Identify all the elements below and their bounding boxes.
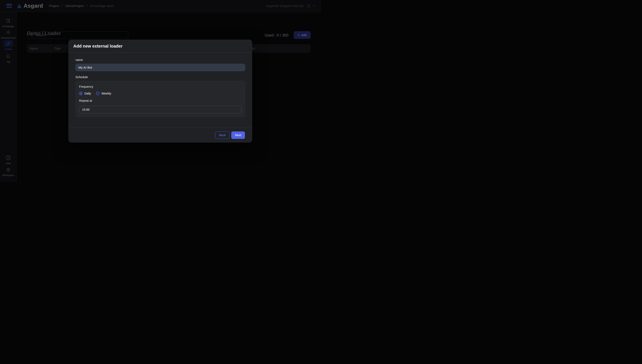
app-root: Asgard Project / DemoProject / Knowledge… xyxy=(0,0,321,182)
radio-daily-label: Daily xyxy=(84,92,91,95)
modal-header: Add new external loader xyxy=(69,40,252,53)
person-icon[interactable] xyxy=(306,4,311,8)
usage-counter: Used : 0 / 300 xyxy=(265,33,288,38)
radio-weekly[interactable] xyxy=(96,92,100,95)
chevron-down-icon[interactable] xyxy=(312,4,316,8)
schedule-label: Schedule xyxy=(76,75,245,79)
triangle-logo xyxy=(17,4,22,8)
radio-weekly-label: Weekly xyxy=(101,92,111,95)
modal-footer: Back Next xyxy=(69,128,252,142)
frequency-radio-group: Daily Weekly xyxy=(79,92,241,95)
search-icon xyxy=(30,34,33,37)
sidebar: Knowledge Enhancement Loa xyxy=(0,12,17,182)
user-label[interactable]: AsgardAI (Asgard Internal) xyxy=(266,4,303,8)
column-header-name: Name xyxy=(30,44,38,53)
plus-icon: + xyxy=(298,33,300,37)
sidebar-item-label: Knowledge xyxy=(3,25,14,28)
top-header: Asgard Project / DemoProject / Knowledge… xyxy=(0,0,321,12)
sidebar-item-label: Loader xyxy=(5,48,12,50)
book-icon xyxy=(4,18,13,24)
name-label: name xyxy=(76,58,245,62)
bookmark-icon xyxy=(4,53,13,60)
breadcrumb-demoproject[interactable]: DemoProject xyxy=(65,4,84,8)
radio-option-daily[interactable]: Daily xyxy=(79,92,91,95)
search-input[interactable] xyxy=(35,33,125,37)
sidebar-item-label: Enhancement xyxy=(1,36,16,39)
breadcrumb-project[interactable]: Project xyxy=(49,4,59,8)
sidebar-item-help[interactable]: ? Help xyxy=(0,154,17,164)
add-button-label: Add xyxy=(301,33,307,37)
radio-daily[interactable] xyxy=(79,92,83,95)
sidebar-item-label: Workspace xyxy=(3,174,14,176)
frequency-label: Frequency xyxy=(79,84,241,89)
repeat-time-input[interactable] xyxy=(79,106,241,114)
repeat-at-label: Repeat at xyxy=(79,98,241,103)
search-box xyxy=(27,32,128,39)
back-button[interactable]: Back xyxy=(215,132,230,139)
add-external-loader-modal: Add new external loader name Schedule Fr… xyxy=(69,40,252,142)
next-button[interactable]: Next xyxy=(231,132,245,139)
column-header-type: Type xyxy=(54,44,61,53)
brand-name[interactable]: Asgard xyxy=(24,2,43,9)
sidebar-item-label: Tag xyxy=(6,60,10,63)
sidebar-item-workspace[interactable]: ⚙ Workspace xyxy=(0,166,17,176)
add-button[interactable]: + Add xyxy=(294,31,310,39)
modal-body: name Schedule Frequency Daily Weekly Rep… xyxy=(69,53,252,117)
user-menu[interactable]: AsgardAI (Asgard Internal) xyxy=(266,4,316,8)
gear-icon: ⚙ xyxy=(4,166,13,173)
breadcrumb-knowledge-base[interactable]: Knowledge Base xyxy=(90,4,114,8)
hamburger-icon[interactable] xyxy=(6,4,12,8)
sidebar-item-enhancement[interactable]: Enhancement xyxy=(0,29,17,39)
breadcrumb-separator: / xyxy=(62,4,63,8)
sidebar-item-loader[interactable]: Loader xyxy=(0,40,17,50)
sidebar-item-tag[interactable]: Tag xyxy=(0,53,17,63)
breadcrumb-separator: / xyxy=(87,4,87,8)
radio-option-weekly[interactable]: Weekly xyxy=(96,92,111,95)
sidebar-item-label: Help xyxy=(6,162,11,164)
sun-icon xyxy=(4,29,13,36)
name-input[interactable] xyxy=(76,64,245,71)
question-circle-icon: ? xyxy=(4,154,13,161)
modal-title: Add new external loader xyxy=(73,44,122,49)
sidebar-item-knowledge[interactable]: Knowledge xyxy=(0,18,17,28)
breadcrumb: Project / DemoProject / Knowledge Base xyxy=(49,4,114,8)
link-icon xyxy=(4,40,13,47)
schedule-card: Frequency Daily Weekly Repeat at xyxy=(76,81,245,117)
